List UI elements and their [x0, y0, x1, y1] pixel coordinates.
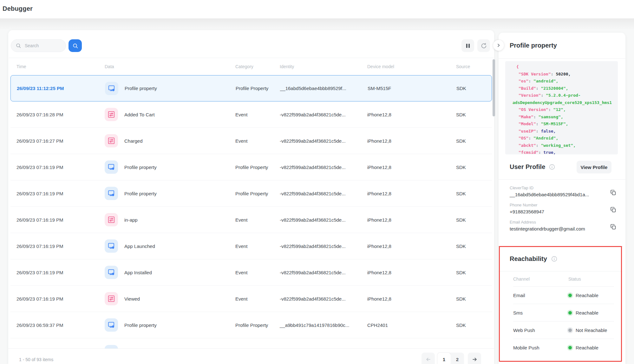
- page-button-2[interactable]: 2: [451, 353, 464, 364]
- event-icon: [105, 108, 118, 121]
- table-row[interactable]: 26/09/23 07:16:27 PMChargedEvent-v822f59…: [10, 128, 492, 154]
- profile-property-icon: [105, 82, 118, 95]
- cell-source: SDK: [456, 86, 492, 91]
- json-token-punc: :: [528, 79, 533, 83]
- panel-title: Profile property: [510, 42, 557, 49]
- pause-icon: [466, 43, 470, 49]
- cell-category: Event: [235, 112, 280, 117]
- table-row-partial[interactable]: [10, 338, 492, 348]
- user-profile-field: Email Addresstestintegrationdrbugger@gma…: [510, 220, 625, 231]
- event-icon: [105, 292, 118, 305]
- status-dot-reachable: [568, 346, 572, 349]
- cell-data: Added To Cart: [105, 108, 235, 121]
- table-row[interactable]: 26/09/23 06:59:37 PMProfile propertyProf…: [10, 312, 492, 338]
- payload-json-viewer[interactable]: {"SDK Version": 50200,"os": "android","B…: [505, 61, 618, 154]
- info-icon[interactable]: [551, 256, 557, 262]
- json-token-punc: :: [551, 72, 556, 76]
- json-token-str: "android",: [533, 79, 558, 83]
- refresh-icon: [480, 42, 487, 49]
- table-row[interactable]: 26/09/23 11:12:25 PMProfile propertyProf…: [10, 75, 492, 101]
- cell-identity: __a9bb491c79a14197816b90c...: [280, 322, 367, 328]
- refresh-button[interactable]: [477, 39, 490, 52]
- table-row[interactable]: 26/09/23 07:16:19 PMin-appEvent-v822f599…: [10, 207, 492, 233]
- field-label: Phone Number: [510, 203, 603, 207]
- code-line: "Version": "5.2.0.4-prod-: [505, 92, 618, 99]
- copy-button[interactable]: [609, 206, 617, 213]
- table-row[interactable]: 26/09/23 07:16:19 PMProfile propertyProf…: [10, 154, 492, 180]
- cell-data: Profile property: [105, 160, 235, 174]
- panel-header: Profile property: [499, 33, 625, 59]
- cell-time: 26/09/23 07:16:27 PM: [16, 138, 105, 144]
- copy-button[interactable]: [609, 189, 617, 196]
- reachability-table-header: Channel Status: [513, 272, 614, 287]
- next-page-button[interactable]: [468, 353, 481, 364]
- json-token-key: "Make": [519, 114, 533, 119]
- column-header-identity: Identity: [280, 64, 367, 69]
- info-icon[interactable]: [549, 164, 555, 170]
- profile-property-icon: [105, 345, 118, 349]
- cell-time: 26/09/23 07:16:19 PM: [16, 296, 105, 302]
- cell-time: 26/09/23 06:59:37 PM: [16, 322, 105, 328]
- cell-data: Profile property: [105, 318, 235, 332]
- view-profile-button[interactable]: View Profile: [577, 161, 611, 173]
- chevron-right-icon: [496, 43, 501, 48]
- profile-property-icon: [105, 318, 118, 332]
- cell-source: SDK: [456, 165, 492, 170]
- field-value: __16abd5d6ebae4bbb89529f4bd1a...: [510, 192, 603, 197]
- data-label: Profile property: [124, 322, 157, 328]
- cell-identity: -v822f599ab2ad4f36821c5de...: [280, 244, 367, 249]
- search-input-wrapper[interactable]: [11, 39, 66, 52]
- cell-category: Event: [235, 138, 280, 144]
- table-row[interactable]: 26/09/23 07:16:19 PMApp LaunchedEvent-v8…: [10, 233, 492, 259]
- cell-source: SDK: [456, 191, 492, 196]
- cell-category: Profile Property: [235, 191, 280, 196]
- cell-category: Profile Property: [236, 86, 280, 91]
- cell-time: 26/09/23 07:16:19 PM: [16, 165, 105, 170]
- field-label: CleverTap ID: [510, 185, 603, 190]
- panel-collapse-button[interactable]: [493, 40, 504, 51]
- column-header-data: Data: [105, 64, 235, 69]
- status-dot-reachable: [568, 294, 572, 297]
- status-cell: Reachable: [568, 310, 598, 315]
- data-label: Viewed: [124, 296, 140, 302]
- cell-time: 26/09/23 07:16:19 PM: [16, 270, 105, 275]
- json-token-str: "Android",: [533, 136, 558, 140]
- table-row[interactable]: 26/09/23 07:16:19 PMViewedEvent-v822f599…: [10, 286, 492, 312]
- search-icon: [16, 43, 21, 49]
- column-header-time: Time: [16, 64, 105, 69]
- table-row[interactable]: 26/09/23 07:16:28 PMAdded To CartEvent-v…: [10, 101, 492, 128]
- top-bar: Debugger: [0, 0, 634, 18]
- table-row[interactable]: 26/09/23 07:16:19 PMApp InstalledEvent-v…: [10, 259, 492, 286]
- json-token-str: "SM-M515F",: [541, 121, 568, 126]
- cell-device-model: iPhone12,8: [367, 138, 456, 144]
- cell-identity: __16abd5d6ebae4bbb89529f...: [280, 86, 368, 91]
- table-scrollbar-thumb[interactable]: [493, 59, 495, 116]
- copy-button[interactable]: [609, 223, 617, 231]
- profile-property-icon: [105, 187, 118, 200]
- table-row[interactable]: 26/09/23 07:16:19 PMProfile propertyProf…: [10, 180, 492, 207]
- pause-stream-button[interactable]: [461, 39, 474, 52]
- status-cell: Reachable: [568, 345, 598, 350]
- previous-page-button[interactable]: [422, 353, 435, 364]
- cell-source: SDK: [456, 112, 492, 117]
- cell-data: [105, 345, 235, 349]
- cell-identity: -v822f599ab2ad4f36821c5de...: [280, 270, 367, 275]
- cell-source: SDK: [456, 322, 492, 328]
- cell-data: Charged: [105, 134, 235, 147]
- reachability-row: EmailReachable: [513, 287, 614, 304]
- cell-time: 26/09/23 11:12:25 PM: [17, 86, 105, 91]
- json-token-bool: false,: [541, 129, 556, 133]
- cell-identity: -v822f599ab2ad4f36821c5de...: [280, 217, 367, 223]
- json-token-key: "SDK Version": [519, 72, 551, 76]
- cell-category: Event: [235, 296, 280, 302]
- cell-device-model: SM-M515F: [368, 86, 456, 91]
- page-button-1[interactable]: 1: [437, 353, 451, 364]
- data-label: App Installed: [124, 270, 152, 275]
- search-submit-button[interactable]: [69, 39, 82, 52]
- cell-device-model: iPhone12,8: [367, 296, 456, 302]
- reachability-title: Reachability: [510, 255, 547, 263]
- user-profile-title: User Profile: [510, 163, 545, 171]
- status-dot-reachable: [568, 311, 572, 315]
- profile-property-icon: [105, 266, 118, 279]
- search-input[interactable]: [24, 43, 61, 49]
